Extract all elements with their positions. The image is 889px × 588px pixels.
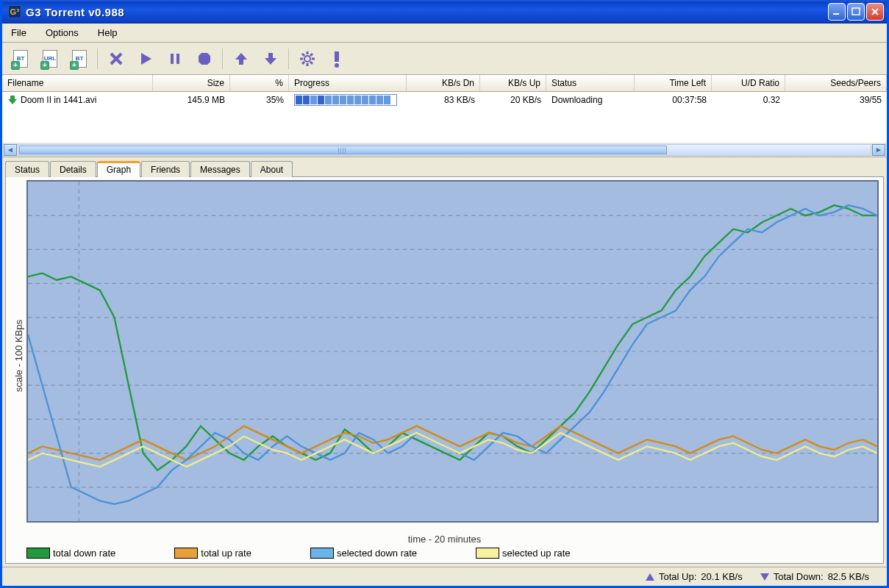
horizontal-scrollbar[interactable]: ◄ ►: [2, 142, 887, 157]
svg-line-13: [302, 62, 304, 64]
status-total-down: Total Down: 82.5 KB/s: [760, 571, 869, 582]
close-button[interactable]: [866, 3, 884, 21]
tab-messages[interactable]: Messages: [190, 161, 250, 177]
tab-about[interactable]: About: [251, 161, 293, 177]
col-timeleft[interactable]: Time Left: [635, 75, 712, 91]
pause-button[interactable]: [161, 46, 189, 71]
window-title: G3 Torrent v0.988: [26, 6, 828, 18]
graph-xlabel: time - 20 minutes: [10, 532, 879, 548]
swatch-total-down-icon: [26, 548, 50, 559]
progress-bar: [294, 94, 397, 106]
graph-panel: scale - 100 KBps time - 20 minutes total…: [5, 176, 884, 564]
col-kbdn[interactable]: KB/s Dn: [407, 75, 480, 91]
svg-point-15: [335, 63, 339, 68]
tabs: Status Details Graph Friends Messages Ab…: [2, 157, 887, 176]
col-udratio[interactable]: U/D Ratio: [712, 75, 785, 91]
stop-button[interactable]: [190, 46, 218, 71]
svg-line-11: [310, 62, 313, 64]
titlebar[interactable]: G³ G3 Torrent v0.988: [2, 0, 887, 24]
col-size[interactable]: Size: [153, 75, 230, 91]
svg-line-10: [302, 54, 304, 56]
progress-cell: [289, 93, 407, 107]
svg-rect-14: [335, 51, 339, 62]
col-seedspeers[interactable]: Seeds/Peers: [785, 75, 887, 91]
graph-canvas: [26, 180, 879, 523]
add-torrent-file-button[interactable]: BT: [7, 46, 35, 71]
svg-marker-4: [199, 53, 210, 65]
info-button[interactable]: [323, 46, 351, 71]
scroll-left-button[interactable]: ◄: [4, 144, 17, 156]
menubar: File Options Help: [2, 24, 887, 43]
svg-rect-2: [171, 54, 174, 64]
scroll-right-button[interactable]: ►: [872, 144, 885, 156]
swatch-total-up-icon: [174, 548, 198, 559]
swatch-selected-up-icon: [476, 548, 499, 559]
settings-button[interactable]: [293, 46, 321, 71]
status-total-up: Total Up: 20.1 KB/s: [646, 571, 743, 582]
remove-button[interactable]: [102, 46, 130, 71]
toolbar: BT URL BT: [2, 43, 887, 75]
col-kbup[interactable]: KB/s Up: [480, 75, 546, 91]
torrent-list: Filename Size % Progress KB/s Dn KB/s Up…: [2, 75, 887, 157]
download-icon: [7, 95, 18, 105]
col-percent[interactable]: %: [230, 75, 289, 91]
menu-options[interactable]: Options: [41, 26, 83, 40]
minimize-button[interactable]: [828, 3, 846, 21]
svg-point-5: [304, 56, 310, 62]
graph-ylabel: scale - 100 KBps: [10, 180, 26, 532]
tab-friends[interactable]: Friends: [141, 161, 190, 177]
tab-details[interactable]: Details: [50, 161, 96, 177]
col-status[interactable]: Status: [546, 75, 635, 91]
svg-rect-3: [176, 54, 179, 64]
svg-rect-1: [852, 8, 860, 15]
graph-legend: total down rate total up rate selected d…: [10, 548, 879, 563]
add-torrent-url-button[interactable]: URL: [36, 46, 64, 71]
window: G³ G3 Torrent v0.988 File Options Help B…: [0, 0, 889, 588]
tab-graph[interactable]: Graph: [97, 161, 140, 177]
move-up-button[interactable]: [227, 46, 255, 71]
menu-help[interactable]: Help: [93, 26, 122, 40]
move-down-button[interactable]: [257, 46, 285, 71]
maximize-button[interactable]: [847, 3, 865, 21]
svg-line-12: [310, 54, 313, 56]
tab-status[interactable]: Status: [5, 161, 49, 177]
swatch-selected-down-icon: [310, 548, 334, 559]
table-row[interactable]: Doom II in 1441.avi 145.9 MB 35% 83 KB/s…: [2, 92, 887, 108]
col-progress[interactable]: Progress: [289, 75, 407, 91]
menu-file[interactable]: File: [7, 26, 31, 40]
statusbar: Total Up: 20.1 KB/s Total Down: 82.5 KB/…: [2, 567, 887, 586]
filename-cell: Doom II in 1441.avi: [2, 93, 153, 107]
svg-rect-0: [833, 13, 839, 15]
app-icon: G³: [8, 5, 21, 18]
list-header: Filename Size % Progress KB/s Dn KB/s Up…: [2, 75, 887, 92]
scroll-thumb[interactable]: [19, 146, 667, 154]
play-button[interactable]: [132, 46, 160, 71]
download-arrow-icon: [760, 573, 769, 581]
col-filename[interactable]: Filename: [2, 75, 153, 91]
create-torrent-button[interactable]: BT: [65, 46, 93, 71]
upload-arrow-icon: [646, 573, 654, 581]
